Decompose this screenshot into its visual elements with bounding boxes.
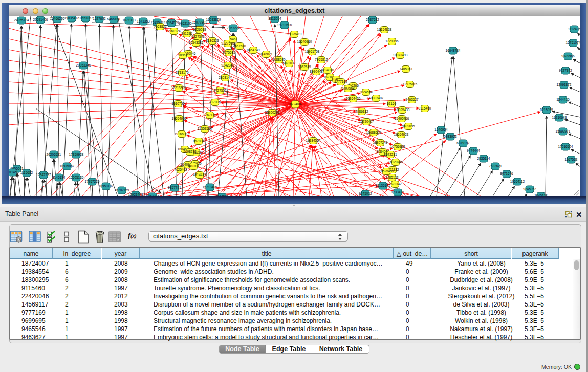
svg-text:1610755: 1610755 [171, 102, 185, 105]
svg-text:7632621: 7632621 [489, 164, 502, 168]
svg-text:2935114: 2935114 [477, 157, 490, 160]
svg-text:8427552: 8427552 [213, 89, 227, 92]
svg-text:9862105: 9862105 [179, 21, 192, 25]
svg-text:9699695: 9699695 [402, 124, 415, 128]
svg-text:2087682: 2087682 [366, 18, 379, 21]
svg-text:1362615: 1362615 [298, 65, 311, 69]
svg-text:10973493: 10973493 [393, 53, 408, 57]
svg-text:7625402: 7625402 [174, 168, 187, 171]
svg-text:16640910: 16640910 [297, 40, 312, 43]
svg-text:1671353: 1671353 [137, 19, 150, 23]
svg-text:546: 546 [230, 37, 236, 41]
svg-text:10958107: 10958107 [99, 184, 114, 188]
svg-text:20053346: 20053346 [76, 63, 91, 67]
svg-text:10654112: 10654112 [510, 180, 525, 183]
svg-text:1733426: 1733426 [391, 190, 404, 194]
svg-text:20691406: 20691406 [33, 18, 48, 21]
svg-text:15751074: 15751074 [566, 41, 580, 45]
svg-text:24055724: 24055724 [14, 18, 29, 22]
svg-text:19654955: 19654955 [172, 117, 187, 120]
svg-text:891295: 891295 [181, 32, 192, 35]
svg-text:12505135: 12505135 [69, 176, 84, 179]
svg-text:2667608: 2667608 [233, 44, 246, 48]
svg-text:15692971: 15692971 [556, 129, 571, 133]
svg-text:19218506: 19218506 [277, 23, 292, 27]
svg-text:8454749: 8454749 [247, 48, 260, 52]
svg-text:9242848: 9242848 [221, 63, 234, 67]
svg-text:8813054: 8813054 [268, 17, 281, 20]
svg-text:2803144: 2803144 [219, 76, 232, 79]
svg-text:867834: 867834 [193, 139, 204, 143]
svg-text:1167533: 1167533 [565, 158, 578, 161]
svg-text:9227342: 9227342 [559, 69, 572, 72]
svg-text:5322037: 5322037 [282, 61, 296, 65]
svg-text:12342737: 12342737 [36, 173, 51, 177]
svg-text:1221396: 1221396 [385, 39, 399, 43]
svg-text:7357224: 7357224 [227, 26, 240, 30]
svg-text:7485063: 7485063 [399, 67, 412, 71]
svg-text:19654923: 19654923 [394, 133, 409, 136]
svg-text:449382: 449382 [188, 164, 199, 168]
svg-text:8471676: 8471676 [500, 172, 513, 176]
svg-text:12213369: 12213369 [171, 86, 186, 90]
svg-text:3226058: 3226058 [193, 28, 206, 31]
svg-text:18724007: 18724007 [288, 102, 303, 106]
svg-text:9352204: 9352204 [146, 194, 159, 196]
svg-text:16033809: 16033809 [206, 18, 221, 21]
svg-text:1071913: 1071913 [122, 18, 136, 22]
svg-text:8914501: 8914501 [215, 195, 229, 196]
svg-text:62160: 62160 [387, 102, 396, 105]
svg-text:18807249: 18807249 [373, 141, 388, 144]
svg-text:3267130: 3267130 [203, 113, 216, 117]
svg-text:1045218: 1045218 [534, 194, 548, 196]
svg-text:417006: 417006 [209, 100, 221, 104]
svg-text:98961: 98961 [178, 53, 187, 57]
svg-text:16210643: 16210643 [552, 116, 567, 119]
svg-text:17359928: 17359928 [69, 152, 84, 156]
svg-text:8960124: 8960124 [167, 29, 181, 33]
svg-text:1145134: 1145134 [53, 176, 66, 179]
svg-text:25300203: 25300203 [265, 111, 280, 114]
svg-text:20206531: 20206531 [47, 152, 61, 156]
svg-text:16782759: 16782759 [115, 188, 129, 192]
svg-text:10688609: 10688609 [366, 130, 381, 134]
svg-text:7955812: 7955812 [315, 58, 328, 61]
svg-text:10025433: 10025433 [395, 108, 410, 112]
svg-text:6466160: 6466160 [107, 17, 120, 21]
svg-text:7986322: 7986322 [355, 110, 368, 113]
svg-text:9329966: 9329966 [561, 54, 575, 58]
svg-text:9474444: 9474444 [467, 149, 480, 152]
svg-text:5933923: 5933923 [444, 135, 457, 138]
svg-text:16961758: 16961758 [305, 50, 320, 53]
svg-text:16120746: 16120746 [388, 160, 403, 164]
svg-text:13325419: 13325419 [287, 32, 302, 36]
svg-text:1115682: 1115682 [20, 171, 33, 174]
svg-text:9146821: 9146821 [259, 52, 273, 56]
svg-text:12077801: 12077801 [192, 20, 207, 24]
svg-text:15720407: 15720407 [359, 120, 374, 123]
svg-text:10756928: 10756928 [390, 145, 405, 148]
svg-text:10975867: 10975867 [60, 164, 75, 168]
svg-text:5698272: 5698272 [183, 150, 197, 154]
svg-text:3911459: 3911459 [9, 170, 19, 174]
svg-text:1527602: 1527602 [93, 17, 106, 20]
svg-text:19166827: 19166827 [175, 132, 189, 136]
svg-text:11353594: 11353594 [198, 127, 212, 130]
svg-text:2522342: 2522342 [388, 182, 402, 186]
svg-text:8186323: 8186323 [206, 39, 219, 42]
svg-text:10653267: 10653267 [78, 16, 93, 20]
svg-text:10807487: 10807487 [369, 96, 384, 100]
svg-text:19384554: 19384554 [306, 139, 321, 142]
svg-text:9115460: 9115460 [419, 106, 431, 110]
svg-text:9777169: 9777169 [334, 80, 347, 83]
svg-text:8672231: 8672231 [384, 152, 397, 156]
svg-text:12923448: 12923448 [128, 193, 143, 196]
svg-text:10525433: 10525433 [379, 169, 394, 173]
svg-text:9245012: 9245012 [359, 192, 372, 195]
svg-text:19835412: 19835412 [64, 16, 79, 20]
svg-text:9794028: 9794028 [321, 68, 334, 72]
svg-text:6879197: 6879197 [456, 141, 470, 145]
svg-text:1244415: 1244415 [556, 98, 570, 101]
svg-text:20364436: 20364436 [346, 97, 361, 100]
svg-text:4914479: 4914479 [193, 173, 206, 177]
